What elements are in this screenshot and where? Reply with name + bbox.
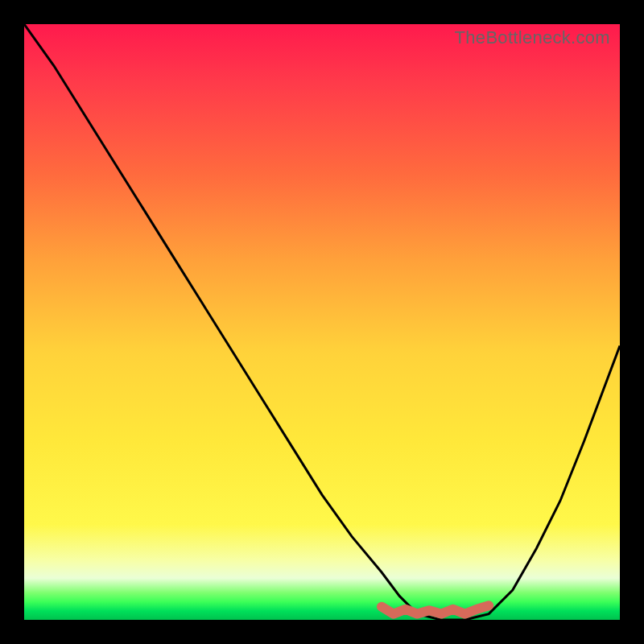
chart-frame: TheBottleneck.com [0, 0, 644, 644]
plot-area: TheBottleneck.com [24, 24, 620, 620]
optimal-range-squiggle [382, 605, 489, 613]
curve-path [24, 24, 620, 620]
bottleneck-curve [24, 24, 620, 620]
